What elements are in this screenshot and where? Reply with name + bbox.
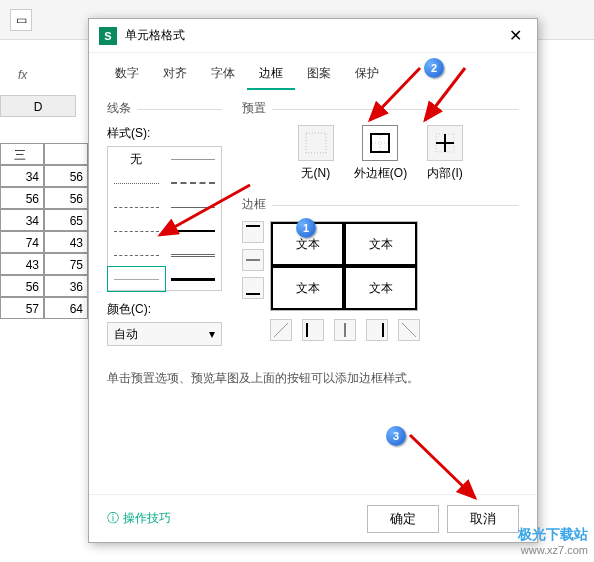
svg-line-10: [274, 323, 288, 337]
grid-cell[interactable]: 65: [44, 209, 88, 231]
annotation-bubble-2: 2: [424, 58, 444, 78]
color-label: 颜色(C):: [107, 301, 222, 318]
watermark-title: 极光下载站: [518, 526, 588, 544]
border-bottom-button[interactable]: [242, 277, 264, 299]
app-icon: S: [99, 27, 117, 45]
toolbar-button[interactable]: ▭: [10, 9, 32, 31]
preview-cell: 文本: [344, 222, 417, 266]
cell-format-dialog: S 单元格格式 ✕ 数字 对齐 字体 边框 图案 保护 线条 样式(S): 无: [88, 18, 538, 543]
grid-cell[interactable]: 56: [44, 187, 88, 209]
preset-outline-icon: [362, 125, 398, 161]
grid-cell[interactable]: 74: [0, 231, 44, 253]
grid-cell[interactable]: 34: [0, 165, 44, 187]
svg-rect-0: [306, 133, 326, 153]
grid-cell[interactable]: 75: [44, 253, 88, 275]
tab-font[interactable]: 字体: [199, 59, 247, 90]
line-section-label: 线条: [107, 100, 222, 117]
info-icon: ⓘ: [107, 510, 119, 527]
preview-cell: 文本: [271, 266, 344, 310]
color-value: 自动: [114, 326, 138, 343]
line-style-option[interactable]: [108, 219, 165, 243]
grid-cell[interactable]: 64: [44, 297, 88, 319]
grid-cell[interactable]: 56: [44, 165, 88, 187]
line-style-picker[interactable]: 无: [107, 146, 222, 291]
chevron-down-icon: ▾: [209, 327, 215, 341]
column-header[interactable]: D: [0, 95, 76, 117]
cancel-button[interactable]: 取消: [447, 505, 519, 533]
svg-rect-1: [371, 134, 389, 152]
spreadsheet-grid: 三 3456 5656 3465 7443 4375 5636 5764: [0, 143, 88, 319]
watermark: 极光下载站 www.xz7.com: [518, 526, 588, 556]
line-style-option[interactable]: [165, 171, 222, 195]
border-top-button[interactable]: [242, 221, 264, 243]
grid-cell[interactable]: 34: [0, 209, 44, 231]
line-style-option[interactable]: [108, 195, 165, 219]
dialog-titlebar: S 单元格格式 ✕: [89, 19, 537, 53]
preset-inside[interactable]: 内部(I): [427, 125, 463, 182]
preset-none-icon: [298, 125, 334, 161]
preset-section-label: 预置: [242, 100, 519, 117]
svg-line-14: [402, 323, 416, 337]
tab-pattern[interactable]: 图案: [295, 59, 343, 90]
preset-label: 外边框(O): [354, 165, 407, 182]
dialog-body: 线条 样式(S): 无: [89, 90, 537, 494]
preview-cell: 文本: [344, 266, 417, 310]
tab-protect[interactable]: 保护: [343, 59, 391, 90]
border-hmid-button[interactable]: [242, 249, 264, 271]
border-preview[interactable]: 文本 文本 文本 文本: [270, 221, 418, 311]
annotation-bubble-1: 1: [296, 218, 316, 238]
tab-number[interactable]: 数字: [103, 59, 151, 90]
annotation-bubble-3: 3: [386, 426, 406, 446]
dialog-tabs: 数字 对齐 字体 边框 图案 保护: [89, 53, 537, 90]
line-style-option[interactable]: [108, 243, 165, 267]
border-diag-up-button[interactable]: [270, 319, 292, 341]
preset-label: 无(N): [301, 165, 330, 182]
grid-cell[interactable]: 57: [0, 297, 44, 319]
line-style-option[interactable]: [165, 219, 222, 243]
preset-inside-icon: [427, 125, 463, 161]
hint-text: 单击预置选项、预览草图及上面的按钮可以添加边框样式。: [107, 370, 519, 387]
formula-bar-label: fx: [0, 68, 27, 90]
color-dropdown[interactable]: 自动 ▾: [107, 322, 222, 346]
column-headers: D: [0, 95, 76, 117]
tab-align[interactable]: 对齐: [151, 59, 199, 90]
ok-button[interactable]: 确定: [367, 505, 439, 533]
grid-cell[interactable]: 36: [44, 275, 88, 297]
style-label: 样式(S):: [107, 125, 222, 142]
border-diag-down-button[interactable]: [398, 319, 420, 341]
tips-label: 操作技巧: [123, 510, 171, 527]
preset-none[interactable]: 无(N): [298, 125, 334, 182]
dialog-title: 单元格格式: [125, 27, 503, 44]
border-right-button[interactable]: [366, 319, 388, 341]
line-style-option[interactable]: [108, 171, 165, 195]
tips-link[interactable]: ⓘ 操作技巧: [107, 510, 171, 527]
dialog-footer: ⓘ 操作技巧 确定 取消: [89, 494, 537, 542]
preset-label: 内部(I): [427, 165, 462, 182]
line-style-option[interactable]: [165, 195, 222, 219]
watermark-url: www.xz7.com: [518, 544, 588, 556]
grid-cell[interactable]: [44, 143, 88, 165]
grid-header-cell[interactable]: 三: [0, 143, 44, 165]
grid-cell[interactable]: 43: [44, 231, 88, 253]
line-style-none[interactable]: 无: [108, 147, 165, 171]
grid-cell[interactable]: 56: [0, 275, 44, 297]
border-section-label: 边框: [242, 196, 519, 213]
close-icon[interactable]: ✕: [503, 24, 527, 48]
grid-cell[interactable]: 43: [0, 253, 44, 275]
line-style-option[interactable]: [165, 267, 222, 291]
border-vmid-button[interactable]: [334, 319, 356, 341]
line-style-selected[interactable]: [108, 267, 165, 291]
preset-outline[interactable]: 外边框(O): [354, 125, 407, 182]
tab-border[interactable]: 边框: [247, 59, 295, 90]
grid-cell[interactable]: 56: [0, 187, 44, 209]
line-style-option[interactable]: [165, 147, 222, 171]
line-style-option[interactable]: [165, 243, 222, 267]
border-left-button[interactable]: [302, 319, 324, 341]
